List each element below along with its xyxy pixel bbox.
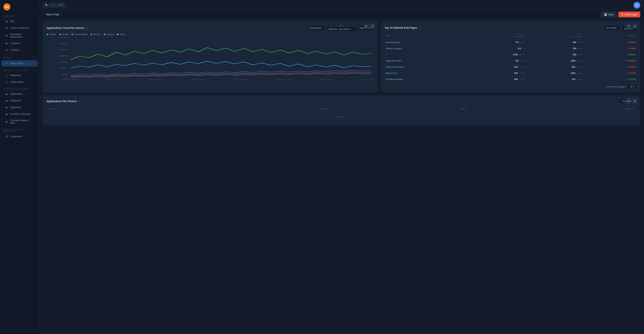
sidebar-item-label: Decision Science / Data [10,119,34,124]
prev-cell: 965 15.70% [466,70,526,76]
svg-text:100: 100 [58,67,68,69]
cooltura-dot [104,34,105,35]
page-cell: / [384,52,466,58]
table-row: /before-you-begin/ 210 2% 355 3.17% ↗+69… [384,46,637,52]
chart1-header: Applications Trend Per Source i Last 60 … [46,24,374,31]
table-row: /benefits-calculator/ 464 11.92% 336 10.… [384,76,637,82]
sidebar: fair OVERVIEW ◈ App ☰ Loans Contracted ☰… [0,0,39,334]
legend-cooltura: Cooltura [104,33,114,36]
delete-icon: 🗑 [621,13,624,16]
sidebar-item-label: Origination [10,99,21,102]
top-pages-time-dropdown[interactable]: This month ▾ [604,26,620,30]
sidebar-item-label: Company [10,42,20,44]
diff-cell: ↗+69% [584,46,637,52]
row-1: 🗑 ⊞ Applications Trend Per Source i Last… [43,21,640,92]
sidebar-item-marketing[interactable]: ◇ Marketing › [2,72,38,78]
prev-cell: 464 11.92% [466,76,526,82]
cs-icon: ◈ [5,112,8,116]
underwriting-icon: ◇ [5,80,8,84]
sidebar-item-operations[interactable]: ◈ Operations [2,104,38,110]
apps-per-source-info-icon[interactable]: i [78,100,81,102]
sidebar-item-report-page[interactable]: ✦ Report Page [2,60,38,66]
chart-legend: Organic Google Choose Wisely Monevo [46,33,374,36]
content-area: 🗑 ⊞ Applications Trend Per Source i Last… [39,19,644,334]
add-dynamic-button[interactable]: + [32,56,36,59]
delete-card-btn-3[interactable]: 🗑 [626,98,631,104]
source-filter-dropdown[interactable]: Referred – by a Fair Fi... ▾ [327,27,356,31]
time-filter-dropdown[interactable]: Last 60 days ▾ [307,26,326,30]
sidebar-logo: fair [0,0,39,13]
table-row: /personal-loans/ 775 6.70% 906 7.76% ↗+1… [384,39,637,46]
svg-text:50: 50 [62,74,68,75]
prev-cell: 820 10.12% [466,64,526,70]
section-operational: OPERATIONAL FUNCTIONS [0,85,39,90]
svg-text:Jun '24: Jun '24 [106,78,121,80]
app-icon: ◈ [5,20,8,23]
sidebar-item-company[interactable]: ⊞ Company [2,40,38,46]
sidebar-item-app[interactable]: ◈ App [2,18,38,24]
apps-per-source-header: Applications Per Source i This month ▾ [46,99,637,104]
chart1-title: Applications Trend Per Source [46,26,84,30]
page-cell: /application-form/ [384,58,466,64]
table-row: / 2759 33.58% 399 4.54% ↘-85.5% [384,52,637,58]
others-dot [117,34,118,35]
num-pages-dropdown[interactable]: 10 ▾ [628,84,637,89]
tab-report-page[interactable]: Report Page [43,12,62,17]
user-avatar[interactable]: A [634,2,640,8]
grid-card-btn-2[interactable]: ⊞ [632,24,638,29]
top-pages-info-icon[interactable]: i [419,26,422,29]
sidebar-item-incomplete-applications[interactable]: ☰ Incomplete Applications [2,32,38,40]
chevron-down-icon-4: ▾ [617,27,618,29]
keyboard-shortcut: ⌘K [58,4,64,6]
aps-col-difference: Difference [468,106,637,112]
legend-others: Others [117,33,126,36]
svg-text:24 Jun: 24 Jun [234,78,248,80]
grid-card-btn-3[interactable]: ⊞ [632,98,638,104]
svg-text:16 Jun: 16 Jun [191,78,206,80]
sidebar-item-loans-contracted[interactable]: ☰ Loans Contracted [2,25,38,31]
save-button[interactable]: 💾 Save [601,12,617,17]
choosewisely-dot [72,34,73,35]
report-icon: ✦ [5,62,8,65]
origination-icon: ◈ [5,99,8,102]
company-icon: ⊞ [5,42,8,45]
col-page: Page [384,32,466,39]
sidebar-item-compliance[interactable]: ☰ Compliance [2,133,38,140]
sidebar-item-origination[interactable]: ◈ Origination [2,98,38,104]
diff-cell: ↗+8.8% [584,64,637,70]
sidebar-item-underwriting[interactable]: ◇ Underwriting [2,79,38,85]
save-icon: 💾 [604,13,607,16]
sidebar-item-label: Loans Contracted [10,27,28,29]
chevron-down-icon-6: ▾ [634,85,635,88]
grid-card-btn[interactable]: ⊞ [370,24,375,29]
prev-cell: 210 2% [466,46,526,52]
sidebar-item-decision-science[interactable]: ◈ Decision Science / Data [2,118,38,126]
delete-card-btn-2[interactable]: 🗑 [626,24,631,29]
curr-cell: 355 3.17% [526,46,584,52]
page-cell: /before-you-begin/ [384,46,466,52]
delete-card-btn[interactable]: 🗑 [364,24,369,29]
chevron-down-icon: ▾ [322,27,324,29]
svg-text:16 Jul: 16 Jul [362,78,374,80]
diff-cell: ↘-85.5% [584,52,637,58]
svg-text:300: 300 [58,43,68,44]
curr-cell: 892 11.47% [526,64,584,70]
logo-icon[interactable]: fair [3,3,10,10]
applications-icon: ◈ [5,92,8,96]
num-pages-value: 10 [630,85,632,88]
svg-text:250: 250 [58,49,68,51]
search-bar[interactable]: 🔍 Search ⌘K [43,2,66,8]
delete-page-button[interactable]: 🗑 Delete page [618,12,640,17]
section-overview: OVERVIEW [0,13,39,18]
chart1-info-icon[interactable]: i [86,27,88,29]
apps-per-source-title: Applications Per Source [46,100,77,103]
svg-text:Jul '24: Jul '24 [276,78,290,80]
sidebar-item-customer-servicing[interactable]: ◈ Customer Servicing [2,111,38,117]
sidebar-item-ai-beta[interactable]: ◎ AI (Beta) [2,47,38,53]
sidebar-item-label: Report Page [10,62,23,65]
incomplete-icon: ☰ [5,34,8,37]
sidebar-item-applications[interactable]: ◈ Applications [2,91,38,97]
col-difference: Difference [584,32,637,39]
svg-text:08 Jul: 08 Jul [320,78,332,80]
top-pages-footer: Number of top pages: 10 ▾ [384,84,637,89]
